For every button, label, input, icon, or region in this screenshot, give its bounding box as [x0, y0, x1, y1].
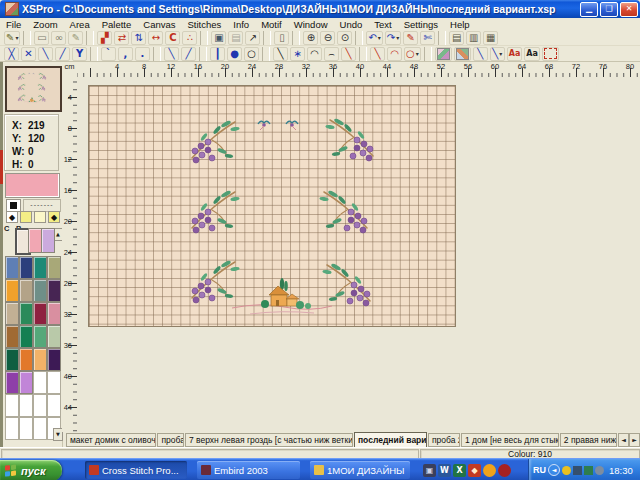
menu-palette[interactable]: Palette: [96, 19, 138, 30]
tray-icon-3[interactable]: [584, 466, 593, 475]
palette-swatch-r7c1[interactable]: [5, 394, 19, 417]
bead-filled[interactable]: ●: [227, 47, 242, 61]
half-cross-fwd-stitch[interactable]: ╱: [55, 47, 70, 61]
language-indicator[interactable]: RU: [533, 465, 546, 475]
blue-stitch-a[interactable]: ╲: [473, 47, 488, 61]
palette-swatch-r2c4[interactable]: [47, 279, 61, 302]
palette-swatch-r3c3[interactable]: [33, 302, 47, 325]
quicklaunch-excel-icon[interactable]: X: [453, 464, 466, 477]
tabs-scroll-left-button[interactable]: ◄: [618, 433, 629, 447]
paste-file-button[interactable]: ▥: [466, 31, 481, 45]
menu-canvas[interactable]: Canvas: [137, 19, 181, 30]
quicklaunch-word-icon[interactable]: W: [438, 464, 451, 477]
menu-motif[interactable]: Motif: [255, 19, 288, 30]
curve-stitch[interactable]: ◠: [307, 47, 322, 61]
taskbar-window-3[interactable]: 1МОИ ДИЗАЙНЫ: [310, 461, 410, 479]
maximize-button[interactable]: ❑: [600, 2, 618, 17]
menu-undo[interactable]: Undo: [334, 19, 369, 30]
paste-area-button[interactable]: ⇅: [131, 31, 146, 45]
palette-swatch-r4c2[interactable]: [19, 325, 33, 348]
palette-swatch-r4c3[interactable]: [33, 325, 47, 348]
pointer-button[interactable]: ↗: [245, 31, 260, 45]
palette-swatch-r4c1[interactable]: [5, 325, 19, 348]
screen-view-button[interactable]: ▣: [211, 31, 226, 45]
pattern-tab-5[interactable]: проба 2: [428, 433, 460, 447]
menu-zoom[interactable]: Zoom: [27, 19, 63, 30]
scatter-button[interactable]: ∴: [182, 31, 197, 45]
three-quarter-stitch[interactable]: ✕: [21, 47, 36, 61]
pattern-tab-6[interactable]: 1 дом [не весь для стыковки]: [461, 433, 559, 447]
long-stitch[interactable]: ╲: [273, 47, 288, 61]
upright-stitch[interactable]: Y: [72, 47, 87, 61]
motif-stamp-2[interactable]: [454, 47, 471, 61]
text-tool-red[interactable]: Aa: [507, 47, 523, 61]
menu-help[interactable]: Help: [444, 19, 476, 30]
tray-icon-2[interactable]: [573, 466, 582, 475]
featured-swatch-3[interactable]: [41, 228, 55, 253]
palette-swatch-r6c2[interactable]: [19, 371, 33, 394]
stitch-grid[interactable]: [88, 85, 456, 327]
palette-swatch-r2c3[interactable]: [33, 279, 47, 302]
petite-stitch-2[interactable]: ,: [118, 47, 133, 61]
close-button[interactable]: ✕: [620, 2, 638, 17]
pale-yellow-swatch-button[interactable]: [34, 211, 46, 223]
pencil-tool[interactable]: ✎▾: [4, 31, 20, 45]
palette-swatch-r6c3[interactable]: [33, 371, 47, 394]
taskbar-window-2[interactable]: Embird 2003: [197, 461, 300, 479]
mirror-area-button[interactable]: ↔: [148, 31, 163, 45]
menu-area[interactable]: Area: [64, 19, 96, 30]
motif-stamp-1[interactable]: [435, 47, 452, 61]
menu-settings[interactable]: Settings: [398, 19, 444, 30]
select-chain-tool[interactable]: ∞: [51, 31, 66, 45]
recolor-stitches-button[interactable]: ▞: [97, 31, 112, 45]
thick-backstitch-red[interactable]: ╲: [370, 47, 385, 61]
pen-button[interactable]: ✎: [403, 31, 418, 45]
palette-swatch-r7c4[interactable]: [47, 394, 61, 417]
select-pencil-tool[interactable]: ✎: [68, 31, 83, 45]
minimize-button[interactable]: ▁: [580, 2, 598, 17]
palette-swatch-r3c2[interactable]: [19, 302, 33, 325]
start-button[interactable]: пуск: [0, 460, 62, 480]
current-thread-color[interactable]: [5, 173, 60, 198]
palette-swatch-r8c2[interactable]: [19, 417, 33, 440]
petite-stitch-3[interactable]: .: [135, 47, 150, 61]
petite-stitch-1[interactable]: `: [101, 47, 116, 61]
palette-swatch-r3c1[interactable]: [5, 302, 19, 325]
copy-area-button[interactable]: ⇄: [114, 31, 129, 45]
zoom-out-button[interactable]: ⊖: [320, 31, 335, 45]
undo-button[interactable]: ↶▾: [366, 31, 382, 45]
palette-swatch-r8c1[interactable]: [5, 417, 19, 440]
menu-window[interactable]: Window: [288, 19, 334, 30]
circle-outline-red[interactable]: ○▾: [404, 47, 421, 61]
pattern-preview[interactable]: [5, 66, 62, 112]
backstitch-right[interactable]: ╱: [181, 47, 196, 61]
half-cross-back-stitch[interactable]: ╲: [38, 47, 53, 61]
pattern-tab-3[interactable]: 7 верхн левая гроздь [с частью ниж ветки…: [185, 433, 353, 447]
freehand-stitch[interactable]: ⌢: [324, 47, 339, 61]
pattern-tab-4[interactable]: последний вариант: [354, 432, 427, 448]
palette-swatch-r3c4[interactable]: [47, 302, 61, 325]
redo-button[interactable]: ↷▾: [385, 31, 401, 45]
palette-swatch-r7c2[interactable]: [19, 394, 33, 417]
full-cross-stitch[interactable]: ╳: [4, 47, 19, 61]
pattern-tab-7[interactable]: 2 правая ниж гр: [560, 433, 617, 447]
featured-swatch-2[interactable]: [28, 228, 42, 253]
backstitch-left[interactable]: ╲: [164, 47, 179, 61]
menu-text[interactable]: Text: [368, 19, 397, 30]
palette-swatch-r4c4[interactable]: [47, 325, 61, 348]
tray-icon-4[interactable]: [595, 466, 604, 475]
print-button[interactable]: ▤: [228, 31, 243, 45]
palette-swatch-r5c3[interactable]: [33, 348, 47, 371]
quicklaunch-icon-6[interactable]: [498, 464, 511, 477]
yellow-swatch-button[interactable]: [20, 211, 32, 223]
pattern-tab-1[interactable]: макет домик с оливочками: [66, 433, 156, 447]
pattern-tab-2[interactable]: проба: [157, 433, 183, 447]
palette-swatch-r6c1[interactable]: [5, 371, 19, 394]
palette-swatch-r8c3[interactable]: [33, 417, 47, 440]
select-rectangle-tool[interactable]: ▭: [34, 31, 49, 45]
palette-swatch-r1c3[interactable]: [33, 256, 47, 279]
special-stitch[interactable]: ∗: [290, 47, 305, 61]
text-tool-black[interactable]: Aa: [524, 47, 540, 61]
quicklaunch-icon-4[interactable]: ◆: [468, 464, 481, 477]
palette-swatch-r1c1[interactable]: [5, 256, 19, 279]
